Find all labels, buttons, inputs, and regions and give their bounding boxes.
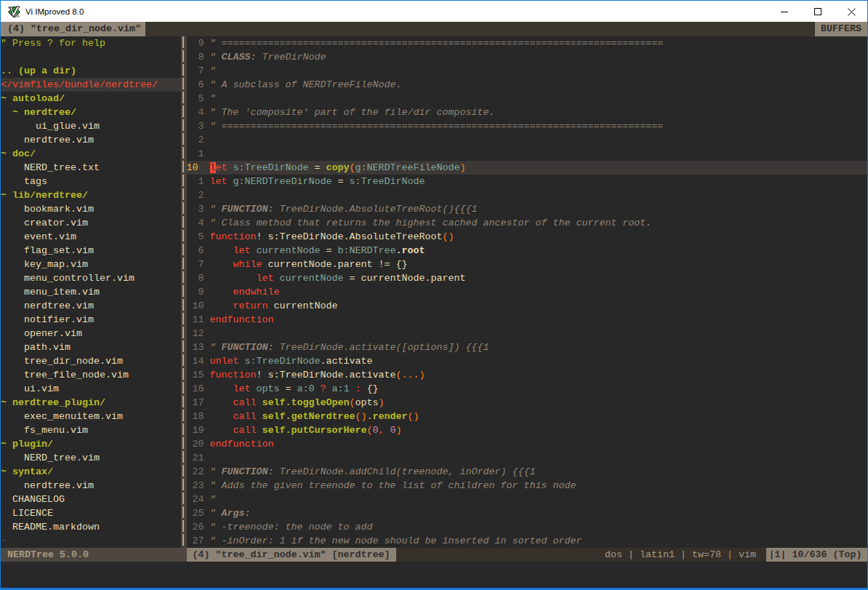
svg-text:im: im <box>14 13 20 18</box>
